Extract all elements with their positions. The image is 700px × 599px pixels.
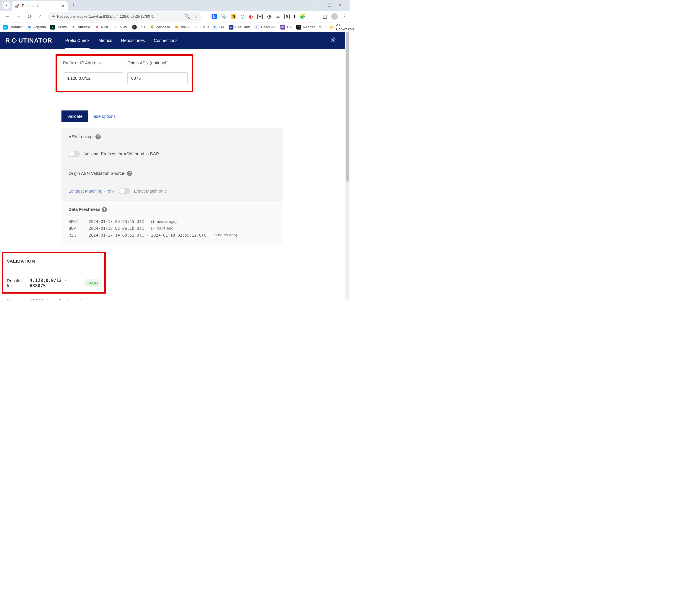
freshness-row: RPKI 2024-01-18 09:23:15 UTC (1 minute a… (69, 218, 276, 225)
ext-icon[interactable]: 📎 (221, 14, 227, 19)
input-highlight-box: Prefix or IP Address Origin ASN (optiona… (55, 54, 193, 92)
freshness-key: RIR (69, 232, 81, 239)
bookmark-item[interactable]: ▲NWL (113, 25, 128, 29)
side-panel-icon[interactable]: ◫ (323, 14, 327, 19)
asn-input[interactable] (127, 72, 188, 84)
back-button[interactable]: ← (3, 13, 11, 20)
nav-metrics[interactable]: Metrics (98, 32, 112, 49)
ext-icon[interactable]: R (284, 14, 290, 19)
window-close-button[interactable]: ✕ (338, 2, 342, 7)
bookmark-item[interactable]: HHA (213, 25, 224, 29)
ext-icon[interactable]: ◐ (249, 14, 253, 19)
ext-icon[interactable]: ◎ (241, 14, 245, 19)
help-icon[interactable]: ? (102, 207, 107, 212)
not-secure-label: Not secure (57, 15, 75, 19)
vertical-scrollbar[interactable] (345, 32, 350, 300)
bookmark-item[interactable]: ●Dashy (50, 25, 67, 29)
bookmark-item[interactable]: RReader (296, 25, 315, 29)
tab-favicon: 🚀 (15, 3, 20, 8)
status-badge: VALID (84, 280, 101, 287)
bookmark-star-icon[interactable]: ☆ (194, 14, 198, 19)
extensions-puzzle-icon[interactable]: 🧩 (300, 14, 305, 19)
bookmark-item[interactable]: ∞Dynalist (3, 25, 22, 29)
forward-button[interactable]: → (14, 13, 22, 20)
brand-logo[interactable]: RUTINATOR (5, 37, 52, 44)
ext-icon[interactable]: U (211, 14, 217, 19)
ext-icon[interactable]: ◔ (267, 14, 271, 19)
freshness-time: 2024-01-18 02:06:10 UTC (89, 225, 144, 232)
profile-avatar[interactable] (331, 13, 338, 20)
freshness-heading: Data Freshness ? (69, 207, 276, 212)
asn-label: Origin ASN (optional) (127, 60, 188, 65)
tab-close-icon[interactable]: ✕ (61, 3, 65, 8)
all-bookmarks-button[interactable]: 📁 All Bookmarks (330, 23, 355, 31)
bookmark-item[interactable]: ✚Airtable (71, 25, 90, 29)
bookmark-item[interactable]: ⬢AWS (174, 25, 189, 29)
freshness-ago: (6 hours ago) (213, 232, 237, 239)
address-bar[interactable]: Not secure docker1.nwl.ai:8323/ui/4.128.… (48, 12, 201, 21)
help-icon[interactable]: ? (96, 134, 101, 139)
freshness-ago: (1 minute ago) (151, 218, 177, 225)
ovs-heading: Origin ASN Validation Source ? (69, 171, 276, 176)
ext-icon[interactable]: [м] (257, 14, 263, 19)
new-tab-button[interactable]: ＋ (71, 1, 76, 8)
svg-point-0 (12, 38, 16, 42)
settings-button[interactable] (330, 37, 336, 44)
freshness-row: BGP 2024-01-18 02:06:10 UTC (7 hours ago… (69, 225, 276, 232)
bookmark-item[interactable]: SFS1 (132, 25, 145, 29)
help-icon[interactable]: ? (127, 171, 132, 176)
reload-button[interactable]: ⟳ (25, 13, 34, 20)
asn-lookup-heading: ASN Lookup ? (69, 134, 276, 139)
validation-subtitle: At least one VRP Matches the Route Prefi… (6, 298, 345, 300)
ext-icon[interactable]: I (294, 14, 296, 19)
globe-crosshair-icon (11, 37, 17, 44)
bookmark-item[interactable]: MNWL (94, 25, 109, 29)
window-maximize-button[interactable]: ▢ (327, 2, 331, 7)
bookmark-item[interactable]: 18Agenda (27, 25, 46, 29)
window-minimize-button[interactable]: — (316, 2, 320, 7)
tab-search-button[interactable]: ▾ (3, 2, 10, 9)
app-header: RUTINATOR Prefix Check Metrics Repositor… (0, 32, 345, 49)
freshness-row: RIR 2024-01-17 14:00:51 UTC - 2024-01-18… (69, 232, 276, 239)
nav-prefix-check[interactable]: Prefix Check (65, 32, 90, 49)
scrollbar-thumb[interactable] (346, 32, 349, 182)
longest-matching-prefix-label: Longest Matching Prefix (69, 189, 115, 193)
freshness-key: RPKI (69, 218, 81, 225)
bookmark-item[interactable]: CCML² (193, 25, 209, 29)
freshness-ago: (7 hours ago) (151, 225, 175, 232)
freshness-time: 2024-01-17 14:00:51 UTC - 2024-01-18 02:… (89, 232, 206, 239)
validate-prefixes-toggle[interactable] (69, 151, 80, 157)
bookmarks-bar: ∞Dynalist 18Agenda ●Dashy ✚Airtable MNWL… (0, 22, 350, 32)
validation-highlight-box: VALIDATION Results for 4.128.0.0/12 - AS… (2, 252, 106, 294)
bookmark-item[interactable]: 🍀Zendesk (150, 25, 170, 29)
gear-icon (330, 37, 336, 43)
bookmarks-overflow-icon[interactable]: » (319, 25, 322, 30)
nav-repositories[interactable]: Repositories (121, 32, 145, 49)
validate-prefixes-label: Validate Prefixes for ASN found in BGP (84, 152, 159, 156)
home-button[interactable]: ⌂ (36, 13, 45, 20)
match-mode-toggle[interactable] (119, 188, 130, 194)
svg-point-1 (333, 39, 334, 41)
bookmark-item[interactable]: ✦ChatGPT (254, 25, 276, 29)
browser-titlebar: ▾ 🚀 Routinator ✕ ＋ — ▢ ✕ (0, 0, 350, 10)
chrome-menu-icon[interactable]: ⋮ (342, 14, 347, 19)
hide-options-link[interactable]: hide options (93, 114, 116, 119)
freshness-time: 2024-01-18 09:23:15 UTC (89, 218, 144, 225)
validate-button[interactable]: Validate (61, 110, 89, 122)
validation-heading: VALIDATION (7, 258, 101, 264)
bookmark-item[interactable]: ★SnelStart (229, 25, 250, 29)
browser-tab[interactable]: 🚀 Routinator ✕ (12, 1, 68, 10)
url-text: docker1.nwl.ai:8323/ui/4.128.0.0%2F12/80… (77, 14, 154, 19)
bookmark-item[interactable]: csCS (280, 25, 292, 29)
security-chip[interactable]: Not secure (51, 15, 75, 19)
zoom-icon[interactable]: 🔍 (184, 14, 190, 19)
prefix-input[interactable] (63, 72, 123, 84)
results-for-label: Results for (7, 278, 26, 288)
ext-icon[interactable]: R (231, 14, 236, 19)
tab-title: Routinator (22, 4, 39, 8)
freshness-key: BGP (69, 225, 81, 232)
ext-icon[interactable]: ☁ (275, 14, 280, 19)
prefix-label: Prefix or IP Address (63, 60, 123, 65)
nav-connections[interactable]: Connections (154, 32, 178, 49)
options-panel: ASN Lookup ? Validate Prefixes for ASN f… (61, 128, 283, 200)
